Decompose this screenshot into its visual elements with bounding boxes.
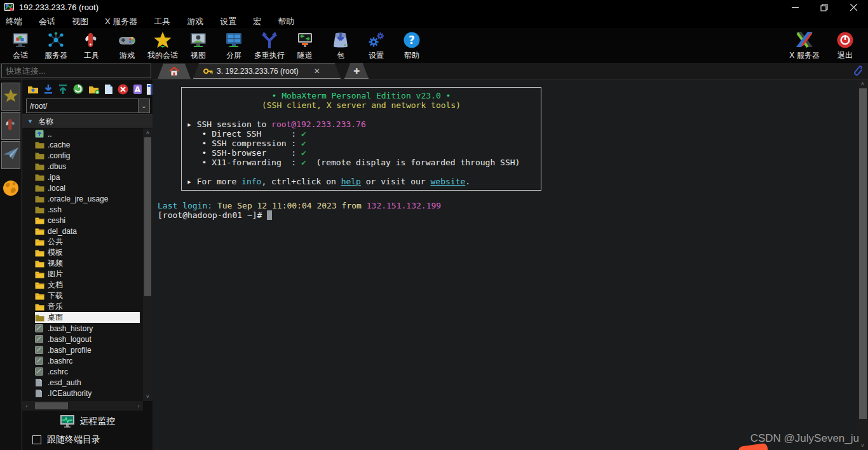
session-tab[interactable]: 3. 192.233.233.76 (root) ✕: [193, 64, 341, 79]
terminal-text: (SSH client, X server and network tools): [262, 100, 461, 110]
menu-item-7[interactable]: 设置: [220, 16, 236, 27]
toolbar-button-sessions[interactable]: 会话: [3, 29, 38, 63]
terminal-screen[interactable]: • MobaXterm Personal Edition v23.0 •(SSH…: [153, 79, 857, 450]
scrollbar-thumb[interactable]: [144, 137, 151, 296]
file-row[interactable]: 视频: [35, 258, 143, 269]
delete-icon[interactable]: [118, 84, 128, 95]
toolbar-button-servers[interactable]: 服务器: [38, 29, 74, 63]
file-row[interactable]: ..: [35, 128, 143, 139]
toolbar-button-my-sessions-star[interactable]: 我的会话: [145, 29, 180, 63]
menu-item-9[interactable]: 帮助: [278, 16, 294, 27]
terminal-text[interactable]: help: [341, 177, 361, 186]
file-row[interactable]: 下载: [35, 290, 143, 301]
menu-item-2[interactable]: 会话: [39, 16, 55, 27]
file-list-header[interactable]: ▼ 名称: [22, 114, 153, 128]
path-dropdown-icon[interactable]: ⌄: [139, 99, 150, 113]
terminal-text: 132.151.132.199: [367, 201, 441, 210]
file-row-selected[interactable]: 桌面: [35, 312, 140, 323]
menu-item-5[interactable]: 工具: [154, 16, 170, 27]
tab-close-icon[interactable]: ✕: [314, 67, 320, 76]
scrollbar-thumb[interactable]: [35, 402, 68, 409]
home-tab[interactable]: [158, 64, 191, 79]
toolbar-button-exit[interactable]: 退出: [825, 29, 865, 63]
toolbar-button-split-screen[interactable]: 分屏: [216, 29, 252, 63]
svg-text:A: A: [135, 85, 141, 94]
file-row[interactable]: .ICEauthority: [35, 388, 143, 399]
file-row[interactable]: .config: [35, 150, 143, 161]
scroll-up-icon[interactable]: ˄: [861, 79, 864, 88]
toolbar-button-x-server[interactable]: X 服务器: [784, 29, 825, 63]
menu-item-8[interactable]: 宏: [253, 16, 261, 27]
file-row[interactable]: .bash_history: [35, 323, 143, 334]
file-row[interactable]: 音乐: [35, 301, 143, 312]
toolbar-button-games[interactable]: 游戏: [109, 29, 145, 63]
terminal-text[interactable]: website: [431, 177, 466, 186]
file-row[interactable]: .cache: [35, 139, 143, 150]
file-row[interactable]: .esd_auth: [35, 377, 143, 388]
file-row[interactable]: 模板: [35, 247, 143, 258]
close-button[interactable]: [839, 0, 868, 15]
toolbar-button-view[interactable]: 视图: [180, 29, 216, 63]
path-value[interactable]: /root/: [26, 99, 139, 113]
upload-icon[interactable]: [58, 84, 68, 95]
file-list-horizontal-scrollbar[interactable]: ‹ ›: [22, 401, 143, 411]
file-row[interactable]: 图片: [35, 269, 143, 280]
rail-button-tools-knife[interactable]: [1, 112, 20, 140]
download-icon[interactable]: [43, 84, 53, 95]
menu-item-4[interactable]: X 服务器: [105, 16, 137, 27]
rail-button-sftp-globe[interactable]: [1, 175, 20, 203]
rename-icon[interactable]: A: [133, 84, 142, 95]
toolbar-button-packages[interactable]: 包: [323, 29, 358, 63]
file-row[interactable]: .bash_logout: [35, 334, 143, 344]
file-row[interactable]: .bashrc: [35, 355, 143, 366]
terminal-vertical-scrollbar[interactable]: ˄ ˅: [857, 79, 868, 450]
minimize-button[interactable]: [780, 0, 810, 15]
restore-button[interactable]: [810, 0, 839, 15]
file-row[interactable]: .cshrc: [35, 366, 143, 377]
file-row[interactable]: .oracle_jre_usage: [35, 193, 143, 204]
file-row[interactable]: .ssh: [35, 204, 143, 215]
file-row[interactable]: del_data: [35, 226, 143, 236]
file-row[interactable]: .bash_profile: [35, 344, 143, 355]
toolbar-button-multi-exec[interactable]: 多重执行: [252, 29, 287, 63]
refresh-icon[interactable]: [72, 83, 84, 95]
file-row[interactable]: 文档: [35, 280, 143, 290]
file-list-vertical-scrollbar[interactable]: ˄ ˅: [143, 128, 153, 401]
file-row[interactable]: .dbus: [35, 161, 143, 172]
new-tab-button[interactable]: ✚: [344, 64, 369, 79]
scroll-up-icon[interactable]: ˄: [146, 128, 149, 137]
file-name: .bash_logout: [48, 335, 92, 344]
scroll-right-icon[interactable]: ›: [134, 403, 143, 409]
toolbar-button-tools[interactable]: 工具: [74, 29, 109, 63]
hidden-folder-icon: [35, 205, 44, 214]
terminal-text: or visit our: [361, 177, 431, 186]
terminal-line: (SSH client, X server and network tools): [187, 100, 536, 110]
new-file-icon[interactable]: [104, 84, 113, 95]
rail-button-macros-plane[interactable]: [1, 141, 20, 169]
file-row[interactable]: .local: [35, 182, 143, 193]
scrollbar-thumb[interactable]: [859, 88, 867, 419]
scroll-down-icon[interactable]: ˅: [146, 392, 149, 401]
menu-item-1[interactable]: 终端: [6, 16, 22, 27]
toolbar-button-label: 隧道: [297, 50, 313, 61]
paperclip-icon[interactable]: [851, 64, 863, 77]
follow-terminal-checkbox-row[interactable]: 跟随终端目录: [22, 434, 153, 446]
menu-item-6[interactable]: 游戏: [187, 16, 203, 27]
rail-button-sessions-star[interactable]: [1, 83, 20, 111]
toolbar-button-help[interactable]: ?帮助: [394, 29, 430, 63]
terminal-line: Last login: Tue Sep 12 11:00:04 2023 fro…: [158, 201, 857, 210]
file-row[interactable]: 公共: [35, 236, 143, 247]
scroll-down-icon[interactable]: ˅: [861, 441, 864, 450]
follow-terminal-checkbox[interactable]: [32, 435, 41, 444]
toolbar-button-settings[interactable]: 设置: [358, 29, 394, 63]
toolbar-button-tunnel[interactable]: 隧道: [287, 29, 323, 63]
file-row[interactable]: .ipa: [35, 172, 143, 182]
scroll-left-icon[interactable]: ‹: [22, 403, 31, 409]
terminal-text: • SSH-browser :: [187, 148, 301, 158]
menu-item-3[interactable]: 视图: [72, 16, 88, 27]
new-folder-icon[interactable]: [88, 85, 100, 94]
file-row[interactable]: ceshi: [35, 215, 143, 226]
quick-connect-input[interactable]: [1, 64, 151, 78]
remote-monitoring-button[interactable]: 远程监控: [60, 414, 116, 428]
parent-dir-icon[interactable]: [27, 85, 39, 94]
